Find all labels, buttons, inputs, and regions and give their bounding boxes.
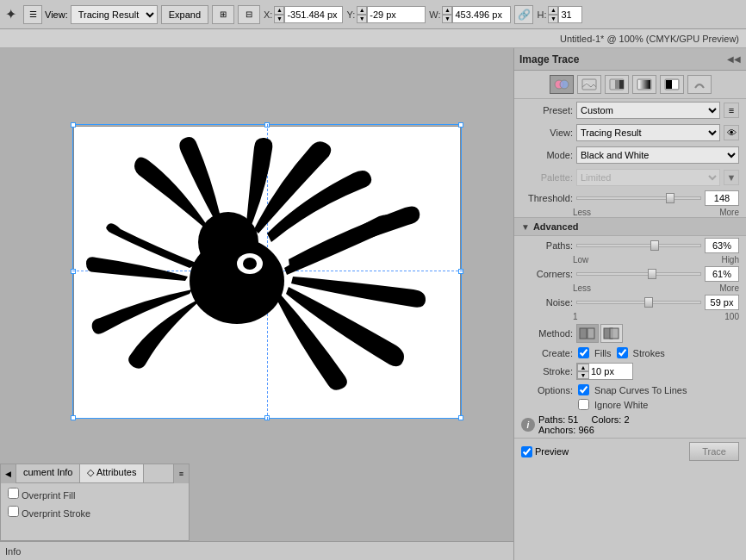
mode-group: ☰ View: Tracing Result xyxy=(23,5,158,24)
trace-button[interactable]: Trace xyxy=(689,442,739,461)
y-input[interactable] xyxy=(367,6,426,23)
mode-icon-3color[interactable] xyxy=(605,75,629,94)
h-input[interactable] xyxy=(558,6,582,23)
y-down[interactable]: ▼ xyxy=(357,15,367,23)
preview-checkbox[interactable] xyxy=(521,446,532,457)
method-row: Method: xyxy=(514,321,746,345)
x-input[interactable] xyxy=(284,6,343,23)
stroke-input[interactable] xyxy=(589,364,632,379)
colors-info-label: Colors: xyxy=(592,414,625,425)
noise-row: Noise: xyxy=(514,293,746,312)
noise-sub-labels: 1 100 xyxy=(514,312,746,321)
view-select[interactable]: Tracing Result xyxy=(71,5,158,24)
y-coord-group: Y: ▲ ▼ xyxy=(346,6,426,23)
overprint-fill-checkbox[interactable] xyxy=(8,488,19,499)
h-up[interactable]: ▲ xyxy=(548,6,558,15)
advanced-section-header[interactable]: ▼ Advanced xyxy=(514,217,746,236)
svg-rect-13 xyxy=(638,80,650,89)
panel-collapse-btn[interactable]: ◀ xyxy=(1,464,16,483)
mode-menu-btn[interactable]: ☰ xyxy=(23,5,42,24)
noise-slider[interactable] xyxy=(576,296,701,308)
ignore-white-checkbox[interactable] xyxy=(578,399,589,410)
method-buttons xyxy=(576,324,623,343)
snap-curves-checkbox[interactable] xyxy=(578,384,589,395)
stroke-up[interactable]: ▲ xyxy=(577,364,589,371)
mode-icon-grayscale[interactable] xyxy=(632,75,656,94)
view-eye-btn[interactable]: 👁 xyxy=(724,125,739,140)
align-icon[interactable]: ⊟ xyxy=(238,5,260,24)
y-up[interactable]: ▲ xyxy=(357,6,367,15)
w-down[interactable]: ▼ xyxy=(442,15,452,23)
toolbar: ✦ ☰ View: Tracing Result Expand ⊞ ⊟ X: ▲… xyxy=(0,0,746,29)
panel-bottom-row: Preview Trace xyxy=(514,438,746,464)
anchors-info-label: Anchors: xyxy=(538,425,578,435)
noise-value[interactable] xyxy=(705,295,739,310)
paths-row: Paths: xyxy=(514,236,746,255)
tab-document-info[interactable]: cument Info xyxy=(16,464,80,482)
expand-button[interactable]: Expand xyxy=(161,5,208,24)
view-row: View: Tracing Result 👁 xyxy=(514,121,746,144)
link-icon[interactable]: 🔗 xyxy=(514,5,533,24)
transform-icon[interactable]: ⊞ xyxy=(212,5,234,24)
main-area: ◀ cument Info ◇ Attributes ≡ Overprint F… xyxy=(0,48,746,560)
view-label-panel: View: xyxy=(521,128,573,138)
svg-point-3 xyxy=(243,258,257,270)
info-icon: i xyxy=(521,418,535,432)
colors-info-value: 2 xyxy=(624,414,629,425)
preset-select[interactable]: Custom xyxy=(576,102,720,119)
mode-icon-auto[interactable] xyxy=(550,75,574,94)
method-btn-overlapping[interactable] xyxy=(600,324,623,343)
ignore-white-row: Ignore White xyxy=(514,397,746,412)
svg-rect-17 xyxy=(580,328,587,339)
stroke-stepper: ▲ ▼ xyxy=(577,364,589,379)
snap-curves-label: Snap Curves To Lines xyxy=(594,385,687,395)
mode-select[interactable]: Black and White xyxy=(576,146,739,164)
strokes-checkbox[interactable] xyxy=(617,347,628,358)
panel-collapse-icon[interactable]: ◀◀ xyxy=(727,53,741,66)
advanced-toggle-icon: ▼ xyxy=(521,222,530,232)
panel-menu-btn[interactable]: ≡ xyxy=(173,464,189,483)
corners-slider[interactable] xyxy=(576,268,701,280)
mode-icon-outline[interactable] xyxy=(687,75,712,94)
mode-icon-bw[interactable] xyxy=(660,75,684,94)
svg-rect-16 xyxy=(672,80,678,89)
svg-rect-11 xyxy=(619,80,624,89)
canvas-area[interactable]: ◀ cument Info ◇ Attributes ≡ Overprint F… xyxy=(0,48,513,560)
tab-attributes[interactable]: ◇ Attributes xyxy=(80,464,144,482)
threshold-slider[interactable] xyxy=(576,192,701,204)
w-input[interactable] xyxy=(452,6,511,23)
paths-value[interactable] xyxy=(705,238,739,253)
x-down[interactable]: ▼ xyxy=(274,15,284,23)
fills-checkbox[interactable] xyxy=(578,347,589,358)
anchors-info-value: 966 xyxy=(578,425,594,435)
bottom-panel-tabs: ◀ cument Info ◇ Attributes ≡ xyxy=(1,464,189,483)
bottom-panel-content: Overprint Fill Overprint Stroke xyxy=(1,483,189,523)
stroke-row: Stroke: ▲ ▼ xyxy=(514,360,746,383)
preset-row: Preset: Custom ≡ xyxy=(514,99,746,121)
corners-value[interactable] xyxy=(705,266,739,282)
w-coord-group: W: ▲ ▼ xyxy=(429,6,511,23)
bottom-panels: ◀ cument Info ◇ Attributes ≡ Overprint F… xyxy=(0,464,190,541)
h-down[interactable]: ▼ xyxy=(548,15,558,23)
overprint-stroke-checkbox[interactable] xyxy=(8,506,19,517)
paths-info-label: Paths: xyxy=(538,414,568,425)
threshold-value[interactable] xyxy=(705,190,739,206)
panel-icons-row xyxy=(514,71,746,99)
mode-icon-photo[interactable] xyxy=(577,75,601,94)
preset-menu-btn[interactable]: ≡ xyxy=(724,103,739,118)
paths-info-value: 51 xyxy=(568,414,578,425)
paths-slider[interactable] xyxy=(576,240,701,252)
stroke-down[interactable]: ▼ xyxy=(577,371,589,379)
h-coord-group: H: ▲ ▼ xyxy=(537,6,582,23)
x-coord-group: X: ▲ ▼ xyxy=(264,6,343,23)
svg-point-5 xyxy=(560,80,569,89)
x-up[interactable]: ▲ xyxy=(274,6,284,15)
w-up[interactable]: ▲ xyxy=(442,6,452,15)
options-label: Options: xyxy=(521,385,573,395)
view-select-panel[interactable]: Tracing Result xyxy=(576,124,720,141)
method-btn-abutting[interactable] xyxy=(576,324,599,343)
noise-label: Noise: xyxy=(521,297,573,308)
overprint-fill-row: Overprint Fill xyxy=(8,487,182,501)
x-label: X: xyxy=(264,9,272,20)
create-label: Create: xyxy=(521,348,573,358)
